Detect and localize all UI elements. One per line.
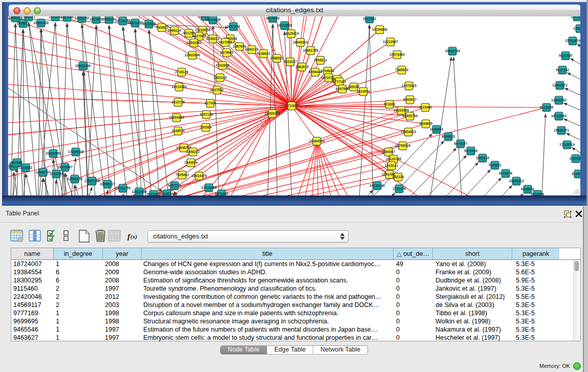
svg-text:153594: 153594 — [200, 125, 212, 129]
svg-text:8427552: 8427552 — [210, 88, 224, 92]
svg-text:1527602: 1527602 — [90, 17, 103, 21]
svg-text:11923446: 11923446 — [132, 190, 147, 193]
svg-text:13226058: 13226058 — [195, 28, 210, 32]
svg-text:621606: 621606 — [384, 102, 396, 106]
svg-text:16543362: 16543362 — [186, 41, 202, 45]
svg-text:17359928: 17359928 — [68, 150, 83, 154]
svg-text:8938923: 8938923 — [442, 135, 455, 138]
svg-text:7632621: 7632621 — [488, 163, 502, 167]
svg-text:8471676: 8471676 — [499, 171, 512, 175]
svg-text:9463627: 9463627 — [403, 98, 417, 101]
svg-text:18724007: 18724007 — [284, 104, 299, 107]
svg-text:1588520: 1588520 — [270, 56, 284, 60]
svg-text:19975867: 19975867 — [57, 165, 73, 169]
svg-text:8990448: 8990448 — [309, 70, 322, 74]
svg-text:1167531: 1167531 — [569, 157, 580, 160]
svg-text:2718126: 2718126 — [175, 70, 188, 74]
svg-text:9245042: 9245042 — [572, 172, 580, 176]
svg-text:2803144: 2803144 — [213, 76, 227, 79]
svg-text:7625402: 7625402 — [176, 173, 189, 177]
svg-text:16154808: 16154808 — [372, 28, 387, 31]
svg-text:3267130: 3267130 — [200, 113, 213, 116]
svg-text:3675685: 3675685 — [220, 51, 233, 54]
svg-text:1067195: 1067195 — [60, 16, 74, 19]
svg-text:2087682: 2087682 — [363, 17, 376, 20]
svg-text:9327505: 9327505 — [219, 40, 232, 44]
svg-text:11325419: 11325419 — [284, 32, 299, 35]
svg-text:746266: 746266 — [348, 85, 360, 89]
svg-text:10648784: 10648784 — [445, 49, 460, 53]
svg-text:16033809: 16033809 — [205, 18, 221, 21]
svg-text:20691406: 20691406 — [33, 21, 49, 25]
svg-text:16782759: 16782759 — [115, 186, 130, 190]
svg-text:7857224: 7857224 — [227, 25, 240, 28]
svg-text:1498222: 1498222 — [186, 150, 200, 154]
svg-text:8813054: 8813054 — [266, 16, 279, 20]
svg-text:12942737: 12942737 — [35, 170, 51, 174]
svg-text:13716485: 13716485 — [201, 186, 216, 189]
svg-text:9124504: 9124504 — [160, 192, 173, 195]
svg-text:9242848: 9242848 — [216, 63, 229, 67]
svg-text:10973493: 10973493 — [389, 53, 405, 56]
svg-text:6966160: 6966160 — [102, 17, 116, 21]
svg-text:10653257: 10653257 — [74, 16, 90, 20]
svg-text:1640954: 1640954 — [430, 127, 443, 131]
svg-text:1405571: 1405571 — [16, 21, 30, 25]
svg-text:6479197: 6479197 — [454, 142, 467, 145]
svg-text:18300295: 18300295 — [265, 112, 280, 115]
svg-text:12093872: 12093872 — [552, 83, 568, 87]
svg-text:417004: 417004 — [205, 101, 216, 105]
svg-text:7663822: 7663822 — [155, 26, 168, 29]
svg-text:19218506: 19218506 — [277, 24, 292, 27]
svg-text:12444192: 12444192 — [551, 98, 567, 102]
svg-text:1733426: 1733426 — [393, 187, 406, 190]
svg-text:9115460: 9115460 — [419, 105, 432, 109]
svg-text:8454749: 8454749 — [245, 48, 258, 51]
svg-text:1362615: 1362615 — [295, 65, 309, 69]
svg-text:18120746: 18120746 — [386, 157, 401, 161]
svg-text:15751974: 15751974 — [565, 39, 580, 42]
svg-text:17016514: 17016514 — [559, 143, 575, 146]
svg-text:16961758: 16961758 — [303, 49, 318, 52]
svg-text:8186323: 8186323 — [206, 37, 220, 40]
svg-text:15692971: 15692971 — [554, 128, 569, 132]
svg-text:1855139: 1855139 — [9, 16, 22, 19]
svg-text:1352954: 1352954 — [573, 27, 580, 30]
svg-text:10654112: 10654112 — [509, 179, 524, 183]
svg-text:5322037: 5322037 — [284, 60, 297, 63]
svg-text:9146821: 9146821 — [257, 52, 270, 55]
svg-text:6497568: 6497568 — [336, 87, 349, 91]
svg-text:12213967: 12213967 — [383, 40, 398, 43]
svg-text:1615132: 1615132 — [385, 164, 398, 167]
svg-text:19654923: 19654923 — [401, 130, 416, 134]
svg-text:19384554: 19384554 — [309, 139, 324, 143]
svg-text:18640910: 18640910 — [293, 40, 308, 44]
svg-text:10756928: 10756928 — [395, 144, 410, 147]
svg-text:16914479: 16914479 — [191, 174, 207, 178]
svg-text:18495794: 18495794 — [402, 114, 418, 118]
svg-text:2935114: 2935114 — [476, 156, 489, 160]
svg-text:7955812: 7955812 — [314, 58, 327, 62]
svg-text:6794028: 6794028 — [321, 69, 334, 73]
svg-text:10958107: 10958107 — [100, 182, 115, 186]
svg-text:9227342: 9227342 — [556, 68, 569, 72]
svg-text:1215682: 1215682 — [19, 166, 32, 169]
svg-text:1448516: 1448516 — [171, 129, 185, 133]
svg-text:12505135: 12505135 — [67, 177, 82, 181]
svg-text:16671355: 16671355 — [127, 21, 143, 25]
svg-text:9474444: 9474444 — [464, 149, 477, 152]
svg-text:12975115: 12975115 — [401, 84, 417, 87]
svg-text:22420046: 22420046 — [185, 53, 200, 57]
svg-text:1540994: 1540994 — [184, 161, 198, 164]
svg-text:9818306: 9818306 — [531, 192, 544, 195]
svg-text:10025438: 10025438 — [394, 108, 409, 112]
svg-text:9827508: 9827508 — [192, 34, 206, 38]
svg-text:1575197: 1575197 — [571, 16, 580, 18]
svg-text:3624554: 3624554 — [357, 90, 370, 93]
svg-text:16210643: 16210643 — [551, 114, 567, 118]
svg-text:7905571: 7905571 — [22, 16, 35, 18]
svg-text:9245652: 9245652 — [521, 187, 534, 191]
svg-text:252214: 252214 — [393, 175, 404, 179]
svg-text:12213383: 12213383 — [171, 85, 187, 89]
svg-text:19654985: 19654985 — [169, 116, 184, 119]
